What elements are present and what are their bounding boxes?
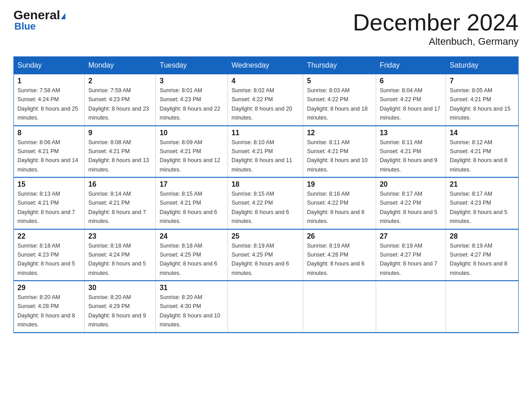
day-cell: 13 Sunrise: 8:11 AMSunset: 4:21 PMDaylig… xyxy=(376,126,446,178)
day-info: Sunrise: 8:16 AMSunset: 4:22 PMDaylight:… xyxy=(307,191,365,224)
week-row-5: 29 Sunrise: 8:20 AMSunset: 4:28 PMDaylig… xyxy=(14,281,519,333)
header-row: SundayMondayTuesdayWednesdayThursdayFrid… xyxy=(14,57,519,74)
day-number: 8 xyxy=(17,129,81,137)
header-wednesday: Wednesday xyxy=(227,57,303,74)
day-info: Sunrise: 8:04 AMSunset: 4:22 PMDaylight:… xyxy=(380,87,441,121)
day-number: 25 xyxy=(232,232,299,240)
day-number: 5 xyxy=(307,77,372,85)
day-info: Sunrise: 8:20 AMSunset: 4:28 PMDaylight:… xyxy=(17,294,75,328)
day-info: Sunrise: 8:09 AMSunset: 4:21 PMDaylight:… xyxy=(159,139,220,173)
day-info: Sunrise: 8:05 AMSunset: 4:21 PMDaylight:… xyxy=(450,87,511,121)
day-cell: 28 Sunrise: 8:19 AMSunset: 4:27 PMDaylig… xyxy=(446,229,519,281)
logo-general-text: General xyxy=(13,8,60,22)
day-info: Sunrise: 8:10 AMSunset: 4:21 PMDaylight:… xyxy=(232,139,292,173)
week-row-4: 22 Sunrise: 8:18 AMSunset: 4:23 PMDaylig… xyxy=(14,229,519,281)
week-row-3: 15 Sunrise: 8:13 AMSunset: 4:21 PMDaylig… xyxy=(14,177,519,229)
day-number: 27 xyxy=(380,232,442,240)
day-number: 9 xyxy=(88,129,152,137)
day-info: Sunrise: 8:18 AMSunset: 4:25 PMDaylight:… xyxy=(159,243,217,276)
day-cell: 15 Sunrise: 8:13 AMSunset: 4:21 PMDaylig… xyxy=(14,177,85,229)
day-number: 15 xyxy=(17,180,81,188)
day-number: 4 xyxy=(232,77,299,85)
day-cell: 23 Sunrise: 8:18 AMSunset: 4:24 PMDaylig… xyxy=(85,229,156,281)
header-friday: Friday xyxy=(376,57,446,74)
day-info: Sunrise: 8:13 AMSunset: 4:21 PMDaylight:… xyxy=(17,191,75,224)
day-cell xyxy=(446,281,519,333)
day-number: 17 xyxy=(159,180,224,188)
day-info: Sunrise: 8:11 AMSunset: 4:21 PMDaylight:… xyxy=(380,139,438,173)
day-info: Sunrise: 8:15 AMSunset: 4:22 PMDaylight:… xyxy=(232,191,289,224)
day-cell: 18 Sunrise: 8:15 AMSunset: 4:22 PMDaylig… xyxy=(227,177,303,229)
logo-blue-text: Blue xyxy=(14,21,36,32)
day-info: Sunrise: 8:18 AMSunset: 4:24 PMDaylight:… xyxy=(88,243,146,276)
location: Altenbuch, Germany xyxy=(353,36,519,47)
title-section: December 2024 Altenbuch, Germany xyxy=(353,9,519,47)
day-cell xyxy=(227,281,303,333)
day-cell: 9 Sunrise: 8:08 AMSunset: 4:21 PMDayligh… xyxy=(85,126,156,178)
day-info: Sunrise: 8:19 AMSunset: 4:26 PMDaylight:… xyxy=(307,243,365,276)
day-info: Sunrise: 8:17 AMSunset: 4:23 PMDaylight:… xyxy=(450,191,507,224)
day-cell: 19 Sunrise: 8:16 AMSunset: 4:22 PMDaylig… xyxy=(303,177,376,229)
day-cell: 20 Sunrise: 8:17 AMSunset: 4:22 PMDaylig… xyxy=(376,177,446,229)
header-monday: Monday xyxy=(85,57,156,74)
day-info: Sunrise: 8:17 AMSunset: 4:22 PMDaylight:… xyxy=(380,191,438,224)
day-info: Sunrise: 8:06 AMSunset: 4:21 PMDaylight:… xyxy=(17,139,78,173)
day-number: 13 xyxy=(380,129,442,137)
day-info: Sunrise: 8:14 AMSunset: 4:21 PMDaylight:… xyxy=(88,191,146,224)
page-header: General Blue December 2024 Altenbuch, Ge… xyxy=(13,9,519,47)
day-cell: 26 Sunrise: 8:19 AMSunset: 4:26 PMDaylig… xyxy=(303,229,376,281)
day-cell: 7 Sunrise: 8:05 AMSunset: 4:21 PMDayligh… xyxy=(446,74,519,126)
day-info: Sunrise: 7:59 AMSunset: 4:23 PMDaylight:… xyxy=(88,87,149,121)
day-info: Sunrise: 8:01 AMSunset: 4:23 PMDaylight:… xyxy=(159,87,220,121)
day-cell: 8 Sunrise: 8:06 AMSunset: 4:21 PMDayligh… xyxy=(14,126,85,178)
day-cell xyxy=(303,281,376,333)
day-cell: 2 Sunrise: 7:59 AMSunset: 4:23 PMDayligh… xyxy=(85,74,156,126)
day-info: Sunrise: 8:02 AMSunset: 4:22 PMDaylight:… xyxy=(232,87,292,121)
day-cell: 6 Sunrise: 8:04 AMSunset: 4:22 PMDayligh… xyxy=(376,74,446,126)
day-cell: 1 Sunrise: 7:58 AMSunset: 4:24 PMDayligh… xyxy=(14,74,85,126)
logo: General Blue xyxy=(13,9,65,32)
day-cell: 4 Sunrise: 8:02 AMSunset: 4:22 PMDayligh… xyxy=(227,74,303,126)
day-info: Sunrise: 8:15 AMSunset: 4:21 PMDaylight:… xyxy=(159,191,217,224)
day-cell: 22 Sunrise: 8:18 AMSunset: 4:23 PMDaylig… xyxy=(14,229,85,281)
day-number: 26 xyxy=(307,232,372,240)
day-number: 11 xyxy=(232,129,299,137)
day-number: 14 xyxy=(450,129,515,137)
day-cell: 3 Sunrise: 8:01 AMSunset: 4:23 PMDayligh… xyxy=(156,74,228,126)
day-number: 29 xyxy=(17,284,81,292)
day-number: 12 xyxy=(307,129,372,137)
day-info: Sunrise: 8:18 AMSunset: 4:23 PMDaylight:… xyxy=(17,243,75,276)
header-sunday: Sunday xyxy=(14,57,85,74)
week-row-1: 1 Sunrise: 7:58 AMSunset: 4:24 PMDayligh… xyxy=(14,74,519,126)
week-row-2: 8 Sunrise: 8:06 AMSunset: 4:21 PMDayligh… xyxy=(14,126,519,178)
day-number: 28 xyxy=(450,232,515,240)
calendar-table: SundayMondayTuesdayWednesdayThursdayFrid… xyxy=(13,56,519,333)
day-number: 6 xyxy=(380,77,442,85)
day-info: Sunrise: 8:12 AMSunset: 4:21 PMDaylight:… xyxy=(450,139,507,173)
day-number: 10 xyxy=(159,129,224,137)
day-cell: 5 Sunrise: 8:03 AMSunset: 4:22 PMDayligh… xyxy=(303,74,376,126)
day-number: 18 xyxy=(232,180,299,188)
day-cell: 30 Sunrise: 8:20 AMSunset: 4:29 PMDaylig… xyxy=(85,281,156,333)
day-number: 7 xyxy=(450,77,515,85)
day-number: 22 xyxy=(17,232,81,240)
day-info: Sunrise: 8:19 AMSunset: 4:27 PMDaylight:… xyxy=(380,243,438,276)
calendar-body: 1 Sunrise: 7:58 AMSunset: 4:24 PMDayligh… xyxy=(14,74,519,333)
day-cell: 16 Sunrise: 8:14 AMSunset: 4:21 PMDaylig… xyxy=(85,177,156,229)
day-cell: 27 Sunrise: 8:19 AMSunset: 4:27 PMDaylig… xyxy=(376,229,446,281)
day-number: 24 xyxy=(159,232,224,240)
day-cell: 12 Sunrise: 8:11 AMSunset: 4:21 PMDaylig… xyxy=(303,126,376,178)
day-info: Sunrise: 8:03 AMSunset: 4:22 PMDaylight:… xyxy=(307,87,368,121)
month-title: December 2024 xyxy=(353,9,519,36)
day-cell: 10 Sunrise: 8:09 AMSunset: 4:21 PMDaylig… xyxy=(156,126,228,178)
day-number: 23 xyxy=(88,232,152,240)
header-thursday: Thursday xyxy=(303,57,376,74)
day-info: Sunrise: 7:58 AMSunset: 4:24 PMDaylight:… xyxy=(17,87,78,121)
day-number: 16 xyxy=(88,180,152,188)
header-tuesday: Tuesday xyxy=(156,57,228,74)
logo-triangle-icon xyxy=(61,13,65,19)
day-number: 31 xyxy=(159,284,224,292)
logo-text: General xyxy=(13,9,65,21)
calendar-header: SundayMondayTuesdayWednesdayThursdayFrid… xyxy=(14,57,519,74)
day-number: 1 xyxy=(17,77,81,85)
